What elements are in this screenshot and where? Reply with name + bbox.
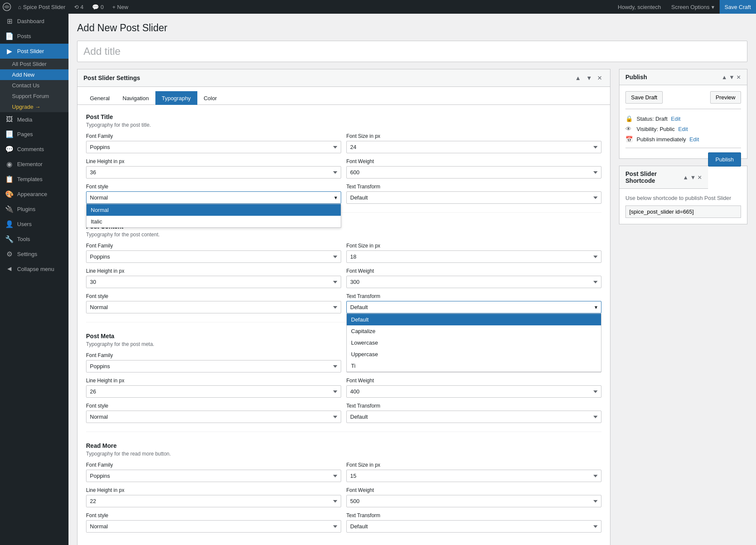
site-name: Spice Post Slider: [23, 4, 65, 10]
text-transform-uppercase-option[interactable]: Uppercase: [347, 348, 601, 360]
sidebar-item-media[interactable]: 🖼 Media: [0, 112, 68, 127]
text-transform-capitalize-option[interactable]: Capitalize: [347, 325, 601, 337]
post-content-text-transform-trigger[interactable]: Default ▾: [346, 301, 601, 313]
sidebar-submenu-contact-us[interactable]: Contact Us: [0, 80, 68, 91]
read-more-text-transform-label: Text Transform: [346, 512, 601, 518]
sidebar-item-templates[interactable]: 📋 Templates: [0, 172, 68, 187]
font-style-normal-option[interactable]: Normal: [86, 204, 341, 216]
post-content-text-transform-value: Default: [350, 304, 368, 310]
read-more-font-size-label: Font Size in px: [346, 462, 601, 468]
shortcode-desc: Use below shortcode to publish Post Slid…: [625, 195, 741, 201]
sidebar-submenu-all-post-slider[interactable]: All Post Slider: [0, 59, 68, 69]
collapse-down-button[interactable]: ▼: [584, 74, 594, 82]
read-more-text-transform-select[interactable]: Default: [346, 520, 601, 533]
post-meta-font-style-select[interactable]: Normal: [86, 411, 341, 423]
post-content-line-height-label: Line Height in px: [86, 268, 341, 274]
publish-collapse-up-button[interactable]: ▲: [722, 74, 727, 80]
close-settings-button[interactable]: ✕: [595, 74, 604, 82]
post-title-font-family-select[interactable]: Poppins: [86, 141, 341, 153]
new-label: + New: [112, 4, 128, 10]
post-title-text-transform-select[interactable]: Default: [346, 191, 601, 204]
sidebar-item-tools[interactable]: 🔧 Tools: [0, 232, 68, 247]
post-content-font-size-select[interactable]: 18: [346, 250, 601, 263]
post-meta-line-height-select[interactable]: 26: [86, 385, 341, 398]
visibility-edit-link[interactable]: Edit: [678, 126, 688, 132]
preview-button[interactable]: Preview: [710, 91, 741, 104]
post-content-line-height-select[interactable]: 30: [86, 276, 341, 288]
post-title-font-style-label: Font style: [86, 184, 341, 190]
save-draft-button[interactable]: Save Draft: [625, 91, 663, 104]
status-row: 🔒 Status: Draft Edit: [625, 113, 741, 124]
post-meta-text-transform-label: Text Transform: [346, 403, 601, 409]
shortcode-input[interactable]: [625, 205, 741, 218]
sidebar-item-settings[interactable]: ⚙ Settings: [0, 247, 68, 262]
publish-box-title: Publish: [625, 74, 647, 80]
tab-typography[interactable]: Typography: [155, 91, 197, 105]
publish-box-body: Save Draft Preview 🔒 Status: Draft Edit: [619, 85, 747, 158]
status-edit-link[interactable]: Edit: [671, 116, 680, 122]
post-title-desc: Typography for the post title.: [86, 122, 601, 128]
post-title-line-height-select[interactable]: 36: [86, 166, 341, 179]
post-content-font-family-group: Font Family Poppins: [86, 243, 341, 263]
post-title-font-style-trigger[interactable]: Normal ▾: [86, 191, 341, 204]
post-content-font-family-select[interactable]: Poppins: [86, 250, 341, 263]
post-title-font-size-select[interactable]: 24: [346, 141, 601, 153]
tab-general[interactable]: General: [83, 91, 116, 105]
tab-color[interactable]: Color: [197, 91, 223, 105]
read-more-line-height-select[interactable]: 22: [86, 495, 341, 507]
read-more-font-style-select[interactable]: Normal: [86, 520, 341, 533]
text-transform-default-option[interactable]: Default: [347, 314, 601, 325]
publish-close-button[interactable]: ✕: [736, 74, 741, 80]
chevron-down-icon: ▾: [711, 4, 714, 10]
sidebar-item-users[interactable]: 👤 Users: [0, 217, 68, 232]
sidebar-submenu-add-new[interactable]: Add New: [0, 69, 68, 80]
add-title-input[interactable]: [77, 41, 747, 62]
shortcode-close-button[interactable]: ✕: [697, 174, 702, 181]
text-transform-ti-option[interactable]: Ti: [347, 360, 601, 372]
new-item[interactable]: + New: [108, 0, 132, 14]
sidebar-submenu-upgrade[interactable]: Upgrade →: [0, 101, 68, 112]
sidebar-item-plugins[interactable]: 🔌 Plugins: [0, 202, 68, 217]
read-more-font-weight-select[interactable]: 500: [346, 495, 601, 507]
publish-button[interactable]: Publish: [708, 152, 741, 167]
save-craft-button[interactable]: Save Craft: [720, 0, 756, 14]
wp-logo[interactable]: [0, 0, 14, 14]
post-title-font-weight-group: Font Weight 600: [346, 158, 601, 179]
collapse-up-button[interactable]: ▲: [573, 74, 583, 82]
sidebar-item-comments[interactable]: 💬 Comments: [0, 142, 68, 157]
post-content-font-style-select[interactable]: Normal: [86, 301, 341, 313]
shortcode-collapse-up-button[interactable]: ▲: [683, 174, 688, 181]
post-title-font-weight-select[interactable]: 600: [346, 166, 601, 179]
status-text: Status: Draft: [637, 116, 667, 122]
publish-collapse-down-button[interactable]: ▼: [729, 74, 735, 80]
tab-navigation[interactable]: Navigation: [116, 91, 155, 105]
comments-item[interactable]: 💬 0: [88, 0, 108, 14]
publish-time-edit-link[interactable]: Edit: [690, 136, 699, 143]
sidebar-item-dashboard[interactable]: ⊞ Dashboard: [0, 14, 68, 29]
howdy-item[interactable]: Howdy, scientech: [613, 4, 666, 10]
read-more-font-family-select[interactable]: Poppins: [86, 470, 341, 482]
font-style-italic-option[interactable]: Italic: [86, 216, 341, 227]
elementor-icon: ◉: [5, 160, 14, 168]
sidebar-item-appearance[interactable]: 🎨 Appearance: [0, 187, 68, 202]
post-content-text-transform-wrapper: Default ▾ Default Capitalize Lowercase: [346, 301, 601, 313]
sidebar-item-elementor[interactable]: ◉ Elementor: [0, 157, 68, 172]
post-meta-font-family-select[interactable]: Poppins: [86, 360, 341, 372]
post-title-font-size-group: Font Size in px 24: [346, 133, 601, 153]
text-transform-lowercase-option[interactable]: Lowercase: [347, 337, 601, 348]
sidebar-item-collapse[interactable]: ◄ Collapse menu: [0, 262, 68, 276]
post-meta-text-transform-select[interactable]: Default: [346, 411, 601, 423]
post-meta-font-weight-select[interactable]: 400: [346, 385, 601, 398]
users-icon: 👤: [5, 220, 14, 228]
sidebar-submenu-support-forum[interactable]: Support Forum: [0, 91, 68, 101]
screen-options-item[interactable]: Screen Options ▾: [666, 4, 720, 10]
settings-box-title: Post Slider Settings: [83, 74, 140, 81]
sidebar-item-posts[interactable]: 📄 Posts: [0, 29, 68, 44]
sidebar-item-post-slider[interactable]: ▶ Post Slider All Post Slider Add New Co…: [0, 44, 68, 112]
sidebar-item-pages[interactable]: 📃 Pages: [0, 127, 68, 142]
post-content-font-weight-select[interactable]: 300: [346, 276, 601, 288]
site-name-item[interactable]: ⌂ Spice Post Slider: [14, 0, 70, 14]
shortcode-collapse-down-button[interactable]: ▼: [690, 174, 696, 181]
read-more-font-size-select[interactable]: 15: [346, 470, 601, 482]
updates-item[interactable]: ⟲ 4: [70, 0, 88, 14]
